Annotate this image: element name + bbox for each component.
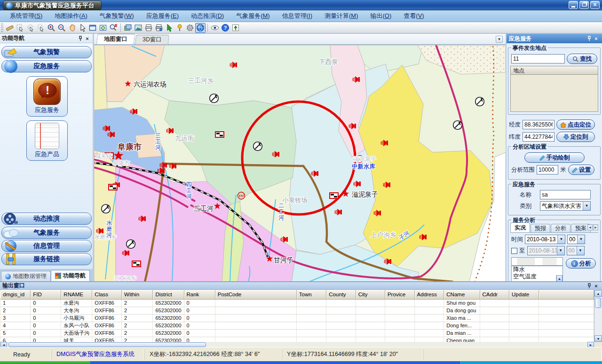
service-name-field[interactable] <box>540 190 591 199</box>
column-header[interactable]: dmgis_id <box>0 290 31 299</box>
menu-item-9[interactable]: 查看(V) <box>397 10 430 22</box>
minimize-button[interactable] <box>569 1 578 9</box>
taskbar-sliver[interactable] <box>0 361 602 364</box>
print-icon[interactable] <box>143 23 154 33</box>
globe-icon[interactable] <box>195 23 206 33</box>
pan-icon[interactable] <box>67 23 77 33</box>
eye-icon[interactable] <box>210 23 220 33</box>
placemark-icon[interactable] <box>174 23 185 33</box>
analysis-tab-实况[interactable]: 实况 <box>510 222 530 232</box>
wind-station-marker[interactable] <box>210 94 219 103</box>
flag-marker[interactable] <box>109 184 117 190</box>
location-list[interactable] <box>510 74 598 112</box>
nav-bar-weather-service[interactable]: 气象服务 <box>1 227 92 239</box>
to-checkbox[interactable] <box>511 248 517 254</box>
column-header[interactable]: Provice <box>385 290 414 299</box>
column-header[interactable]: PostCode <box>215 290 296 299</box>
list-item[interactable]: 空气温度 <box>512 273 562 280</box>
analysis-tab-预报[interactable]: 预报 <box>531 224 550 232</box>
scrollbar-thumb[interactable] <box>8 342 206 347</box>
close-icon[interactable]: × <box>593 283 600 289</box>
column-header[interactable]: City <box>356 290 385 299</box>
menu-item-7[interactable]: 测量计算(M) <box>318 10 364 22</box>
zoom-out-icon[interactable] <box>56 23 67 33</box>
column-header[interactable]: Within <box>122 290 153 299</box>
menu-item-3[interactable]: 应急服务(E) <box>140 10 185 22</box>
table-row[interactable]: 40东风一小队OXFF8626523020000Dong fen... <box>0 322 594 329</box>
longitude-field[interactable] <box>523 120 554 129</box>
close-icon[interactable]: × <box>593 35 600 42</box>
to-date-select[interactable]: 2010-08-13▼ <box>527 246 565 255</box>
column-header[interactable]: FID <box>31 290 61 299</box>
column-header[interactable]: District <box>153 290 184 299</box>
export-image-icon[interactable] <box>133 23 143 33</box>
column-header[interactable]: County <box>326 290 356 299</box>
select-area-icon[interactable] <box>15 23 25 33</box>
wind-station-marker[interactable] <box>475 97 484 106</box>
map-canvas[interactable]: 下西泉六运湖农场三工河乡九运街阜康市城关镇阜康市小泉牧场滋泥泉子滋泥泉子中新水库… <box>94 45 506 282</box>
service-type-select[interactable]: 气象和洪水灾害 ▼ <box>540 201 591 211</box>
toolbar-grip[interactable] <box>1 24 3 32</box>
to-hour-select[interactable]: 00▼ <box>567 246 585 255</box>
tab-3d-window[interactable]: 3D窗口 <box>135 35 169 44</box>
full-extent-icon[interactable] <box>87 23 98 33</box>
locate-to-button[interactable]: 定位到 <box>556 132 595 142</box>
search-button[interactable]: 查找 <box>567 54 597 64</box>
table-row[interactable]: 60城关OXFF8526523020000Cheng guan <box>0 337 594 342</box>
scrollbar-thumb[interactable] <box>595 298 601 308</box>
pin-icon[interactable] <box>586 283 593 289</box>
range-field[interactable] <box>537 165 558 174</box>
layers-icon[interactable] <box>123 23 133 33</box>
title-bar[interactable]: 阜康市气象预警应急服务平台 × <box>0 0 602 10</box>
column-header[interactable]: CAddr <box>480 290 509 299</box>
location-search-input[interactable] <box>511 54 565 63</box>
column-header[interactable]: Town <box>296 290 326 299</box>
menu-item-4[interactable]: 动态推演(D) <box>185 10 230 22</box>
location-list-header[interactable]: 地点 <box>510 66 598 74</box>
latitude-field[interactable] <box>523 132 554 142</box>
tab-scroll-arrows[interactable]: ◄► <box>587 224 598 230</box>
table-row[interactable]: 10水磨沟OXFF8626523020000Shui mo gou <box>0 299 594 307</box>
set-button[interactable]: 设置 <box>568 165 594 175</box>
start-button-fragment[interactable] <box>0 361 90 364</box>
nav-group-emergency-service[interactable]: 应急服务 <box>1 60 92 72</box>
analysis-tab-分析[interactable]: 分析 <box>551 224 570 232</box>
refresh-icon[interactable] <box>98 23 108 33</box>
column-header[interactable]: RNAME <box>61 290 92 299</box>
select-feature-icon[interactable] <box>164 23 174 33</box>
column-header[interactable]: Address <box>414 290 444 299</box>
nav-bar-information-management[interactable]: 信息管理 <box>1 240 92 252</box>
pointer-icon[interactable] <box>77 23 87 33</box>
pin-icon[interactable] <box>586 35 593 42</box>
tab-function-navigation[interactable]: 功能导航 <box>51 270 90 281</box>
table-row[interactable]: 50大面场子沟OXFF8626523020000Da mian ... <box>0 329 594 337</box>
menu-item-5[interactable]: 气象服务(M) <box>230 10 276 22</box>
emergency-service-button[interactable]: ! 应急服务 <box>26 76 68 117</box>
wind-station-marker[interactable] <box>253 142 262 151</box>
restore-button[interactable] <box>579 1 589 9</box>
nav-bar-service-links[interactable]: 服务链接 <box>1 253 92 265</box>
element-preview-box[interactable] <box>511 257 563 266</box>
menu-item-6[interactable]: 信息管理(I) <box>276 10 318 22</box>
close-icon[interactable]: × <box>84 35 91 42</box>
manual-draw-button[interactable]: 手动绘制 <box>524 152 585 163</box>
column-header[interactable]: Update <box>509 290 539 299</box>
menu-item-0[interactable]: 系统管理(S) <box>4 10 48 22</box>
tab-list-dropdown-icon[interactable]: ▼ <box>496 36 503 43</box>
wind-station-marker[interactable] <box>127 240 135 249</box>
tab-map-data-management[interactable]: 地图数据管理 <box>1 271 51 281</box>
tab-map-window[interactable]: 地图窗口 <box>96 34 135 44</box>
legend-icon[interactable] <box>230 23 241 33</box>
scroll-up-icon[interactable]: ▲ <box>556 275 562 282</box>
hour-select[interactable]: 00▼ <box>567 235 585 244</box>
menu-item-2[interactable]: 气象预警(W) <box>94 10 140 22</box>
analyze-button[interactable]: i 分析 <box>566 258 596 269</box>
wind-station-marker[interactable] <box>453 121 462 130</box>
date-select[interactable]: 2010-08-13▼ <box>525 235 565 244</box>
nav-group-weather-warning[interactable]: 气象预警 <box>1 46 92 58</box>
pin-icon[interactable] <box>77 35 84 42</box>
select-point-icon[interactable] <box>36 23 46 33</box>
menu-item-8[interactable]: 输出(O) <box>364 10 398 22</box>
table-row[interactable]: 30小马厩沟OXFF8626523020000Xiao ma ... <box>0 314 594 322</box>
emergency-product-button[interactable]: 应急产品 <box>26 120 68 161</box>
